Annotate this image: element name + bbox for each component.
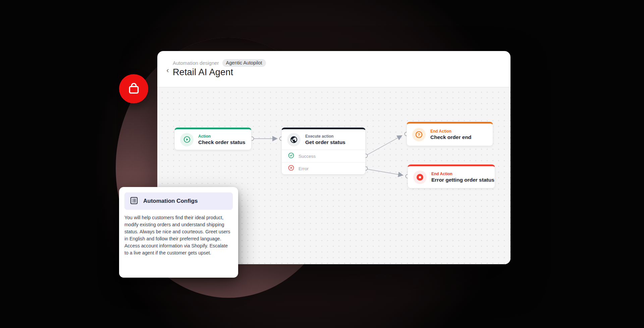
node-title: Error getting order status [431, 177, 494, 183]
config-card-title: Automation Configs [143, 198, 198, 204]
node-type-label: Action [198, 134, 245, 139]
node-check-order-status[interactable]: Action Check order status [174, 128, 252, 150]
output-row-success[interactable]: Success [282, 150, 365, 162]
node-check-order-end[interactable]: ? End Action Check order end [407, 122, 493, 146]
node-title: Check order status [198, 139, 245, 145]
node-title: Check order end [430, 134, 471, 140]
globe-icon [287, 133, 301, 146]
mode-badge: Agentic Autopilot [222, 59, 266, 67]
breadcrumb-label: Automation designer [173, 60, 219, 66]
node-type-label: End Action [431, 172, 494, 176]
breadcrumb: Automation designer Agentic Autopilot [173, 59, 266, 67]
node-type-label: Execute action [305, 134, 345, 139]
page-title: Retail AI Agent [173, 67, 233, 78]
x-circle-icon [288, 165, 294, 173]
node-get-order-status[interactable]: Execute action Get order status Success [281, 128, 366, 175]
window-header: ‹ Automation designer Agentic Autopilot … [157, 51, 511, 87]
output-label: Success [299, 154, 316, 159]
play-circle-icon [180, 133, 194, 146]
config-card-body: You will help customers find their ideal… [124, 214, 233, 256]
node-title: Get order status [305, 139, 345, 145]
wire-success-to-end [367, 136, 402, 155]
output-label: Error [299, 166, 309, 171]
automation-configs-card: Automation Configs You will help custome… [119, 187, 238, 278]
node-type-label: End Action [430, 129, 471, 134]
stop-circle-icon [413, 171, 427, 184]
shop-app-badge [119, 74, 148, 103]
question-circle-icon: ? [412, 128, 426, 141]
list-alt-icon [129, 196, 139, 206]
node-error-getting-order-status[interactable]: End Action Error getting order status [408, 165, 495, 188]
svg-text:?: ? [418, 133, 420, 137]
back-button[interactable]: ‹ [163, 66, 172, 75]
automation-configs-header: Automation Configs [124, 192, 233, 210]
wire-error-to-end [367, 169, 403, 175]
output-row-error[interactable]: Error [282, 162, 365, 175]
shopping-bag-icon [126, 81, 142, 97]
check-circle-icon [288, 152, 294, 160]
